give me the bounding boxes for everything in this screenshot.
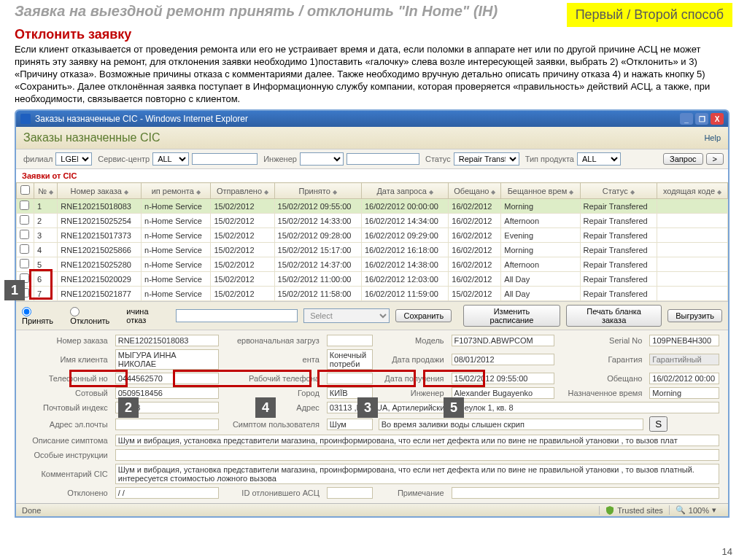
symptom2-field: Во время заливки воды слышен скрип	[379, 419, 644, 430]
status-done: Done	[22, 506, 41, 515]
close-button[interactable]: X	[711, 113, 724, 125]
table-row[interactable]: 2RNE120215025254n-Home Service15/02/2012…	[17, 214, 728, 228]
recv-field: 15/02/2012 09:55:00	[452, 373, 555, 384]
desc-lbl: Описание симптома	[22, 433, 112, 448]
window-titlebar: Заказы назначенные CIC - Windows Interne…	[16, 111, 728, 127]
clienttype-lbl: ента	[222, 348, 324, 371]
s-button[interactable]: S	[649, 416, 667, 432]
name-field: МЫГУРА ИННА НИКОЛАЕ	[115, 349, 219, 370]
grid-header[interactable]: Номер заказа ◆	[58, 183, 142, 199]
row-checkbox[interactable]	[20, 244, 29, 254]
table-row[interactable]: 4RNE120215025866n-Home Service15/02/2012…	[17, 243, 728, 257]
slot-field: Morning	[649, 387, 719, 399]
product-select[interactable]: ALL	[577, 152, 621, 166]
reject-radio[interactable]: Отклонить	[70, 307, 120, 326]
workphone-lbl: Рабочий телефона	[222, 371, 324, 386]
ie-icon	[20, 114, 31, 124]
filter-bar: филиал LGEL Сервис-центр ALL Инженер Ста…	[16, 149, 728, 169]
print-button[interactable]: Печать бланка заказа	[566, 305, 662, 327]
sale-lbl: Дата продажи	[376, 348, 449, 371]
promised-lbl: Обещано	[557, 371, 646, 386]
row-checkbox[interactable]	[20, 215, 29, 225]
sale-field: 08/01/2012	[452, 354, 555, 365]
svc-select[interactable]: ALL	[152, 152, 189, 166]
table-row[interactable]: 5RNE120215025280n-Home Service15/02/2012…	[17, 257, 728, 272]
desc-field: Шум и вибрация, установка представители …	[115, 435, 719, 446]
email-field	[115, 419, 219, 430]
note-lbl: Примечание	[376, 486, 449, 500]
eng-lbl2: Инженер	[376, 386, 449, 400]
warranty-field[interactable]: Гарантийный	[649, 354, 719, 365]
comment-lbl: Комментарий CIC	[22, 462, 112, 486]
search-button[interactable]: Запрос	[663, 153, 703, 165]
save-button[interactable]: Сохранить	[395, 309, 452, 322]
load-lbl: ервоначальная загруз	[222, 333, 324, 348]
table-row[interactable]: 7RNE120215021877n-Home Service15/02/2012…	[17, 287, 728, 301]
window-title: Заказы назначенные CIC - Windows Interne…	[35, 114, 248, 124]
accept-radio[interactable]: Принять	[22, 307, 64, 326]
eng-select[interactable]	[300, 152, 344, 166]
ie-window: Заказы назначенные CIC - Windows Interne…	[15, 109, 729, 518]
reason-input[interactable]	[176, 309, 298, 322]
grid-header[interactable]: Принято ◆	[274, 183, 361, 199]
table-row[interactable]: 6RNE120215020029n-Home Service15/02/2012…	[17, 272, 728, 287]
note-field	[452, 487, 719, 499]
serial-lbl: Serial No	[557, 333, 646, 348]
table-row[interactable]: 1RNE120215018083n-Home Service15/02/2012…	[17, 199, 728, 214]
rejid-lbl: ID отлонившего АСЦ	[222, 486, 324, 500]
model-field: F1073ND.ABWPCOM	[452, 335, 555, 346]
product-label: Тип продукта	[525, 155, 574, 163]
action-bar: Принять Отклонить ичина отказ Select Сох…	[16, 301, 728, 330]
callout-3: 3	[357, 397, 378, 418]
select-all-checkbox[interactable]	[20, 185, 30, 195]
status-bar: Done Trusted sites 🔍 100% ▾	[16, 503, 728, 516]
help-link[interactable]: Help	[704, 133, 721, 142]
symptom-lbl: Симптом пользователя	[222, 415, 324, 433]
export-button[interactable]: Выгрузить	[667, 309, 722, 322]
mobile-lbl: Сотовый	[22, 386, 112, 400]
instruction-text: Если клиент отказывается от проведения р…	[0, 42, 747, 109]
eng-label: Инженер	[263, 155, 297, 163]
row-checkbox[interactable]	[20, 201, 29, 210]
reschedule-button[interactable]: Изменить расписание	[463, 305, 560, 327]
eng-text[interactable]	[347, 153, 419, 165]
rejid-field	[327, 487, 373, 499]
grid-header[interactable]	[17, 183, 34, 199]
grid-header[interactable]: Дата запроса ◆	[361, 183, 448, 199]
row-checkbox[interactable]	[20, 230, 29, 239]
row-checkbox[interactable]	[20, 259, 29, 268]
minimize-button[interactable]: _	[680, 113, 693, 125]
grid-header[interactable]: ип ремонта ◆	[142, 183, 211, 199]
phone-field: 0444562570	[115, 373, 219, 384]
grid-header[interactable]: ходящая коде ◆	[657, 183, 727, 199]
comment-field: Шум и вибрация, установка представители …	[115, 464, 719, 484]
zip-lbl: Почтовый индекс	[22, 400, 112, 415]
orders-grid: № ◆Номер заказа ◆ип ремонта ◆Отправлено …	[16, 182, 728, 301]
rejected-field: / /	[115, 487, 219, 499]
reason-select[interactable]: Select	[303, 308, 390, 323]
callout-1: 1	[4, 280, 25, 300]
page-number: 14	[722, 546, 732, 557]
grid-header[interactable]: Обещано ◆	[449, 183, 501, 199]
load-field	[327, 335, 373, 346]
more-button[interactable]: >	[706, 153, 724, 165]
svc-label: Сервис-центр	[98, 155, 150, 163]
warranty-lbl: Гарантия	[557, 348, 646, 371]
branch-select[interactable]: LGEL	[55, 152, 92, 166]
eng-field: Alexander Bugayenko	[452, 387, 555, 399]
slide-title: Заявка на выездной ремонт принять / откл…	[15, 3, 567, 20]
status-select[interactable]: Repair Transf	[454, 152, 519, 166]
reject-heading: Отклонить заявку	[0, 27, 747, 42]
svc-text[interactable]	[192, 153, 258, 165]
maximize-button[interactable]: ❐	[695, 113, 708, 125]
reason-label: ичина отказ	[126, 307, 169, 324]
grid-header[interactable]: № ◆	[34, 183, 57, 199]
table-row[interactable]: 3RNE120215017373n-Home Service15/02/2012…	[17, 228, 728, 243]
rejected-lbl: Отклонено	[22, 486, 112, 500]
grid-header[interactable]: Статус ◆	[580, 183, 657, 199]
instr-field	[115, 449, 719, 461]
grid-header[interactable]: Отправлено ◆	[211, 183, 274, 199]
zoom-label[interactable]: 🔍 100% ▾	[669, 505, 722, 515]
order-field: RNE120215018083	[115, 335, 219, 346]
grid-header[interactable]: Бещанное врем ◆	[501, 183, 580, 199]
